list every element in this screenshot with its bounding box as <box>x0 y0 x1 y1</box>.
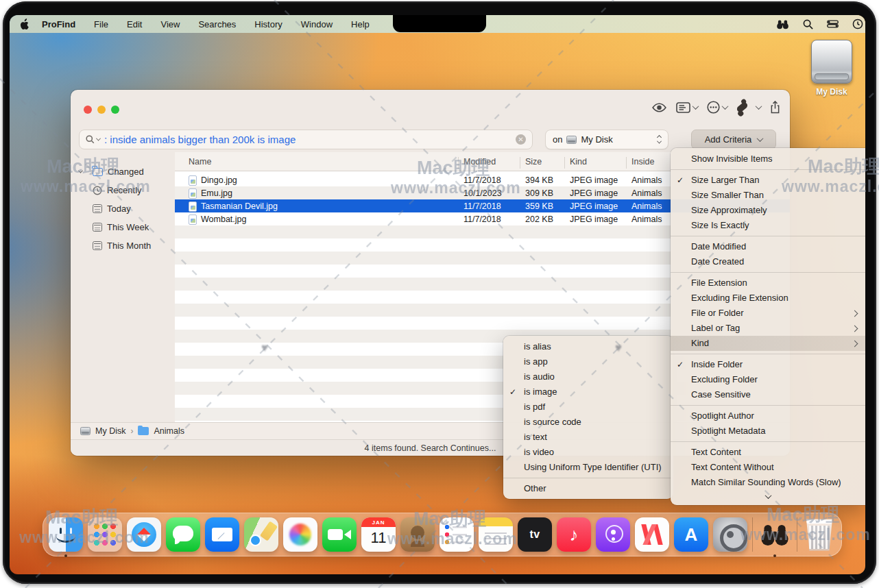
menu-item-date-created[interactable]: Date Created <box>671 254 865 269</box>
disk-icon <box>80 427 91 435</box>
sidebar-item-recently[interactable]: Recently <box>71 181 175 199</box>
dock-icon-notes[interactable] <box>479 517 513 552</box>
menu-item-file-extension[interactable]: File Extension <box>671 275 865 291</box>
chevron-down-icon <box>756 103 762 110</box>
dock-icon-system-settings[interactable] <box>713 517 747 552</box>
column-header-inside[interactable]: Inside <box>631 157 654 167</box>
spotlight-search-icon[interactable] <box>803 19 813 29</box>
actions-button[interactable] <box>736 104 761 110</box>
column-header-size[interactable]: Size <box>525 157 542 167</box>
menu-item-is-alias[interactable]: is alias <box>503 339 673 354</box>
list-view-button[interactable] <box>676 102 698 113</box>
menu-item-label-or-tag[interactable]: Label or Tag <box>671 321 865 336</box>
menu-file[interactable]: File <box>94 19 108 29</box>
preview-eye-button[interactable] <box>651 103 667 112</box>
close-button[interactable] <box>84 106 92 114</box>
menu-window[interactable]: Window <box>301 19 333 29</box>
menu-item-size-smaller-than[interactable]: Size Smaller Than <box>671 188 865 203</box>
menu-view[interactable]: View <box>160 19 180 29</box>
dock-icon-maps[interactable] <box>244 517 278 552</box>
menu-item-excluding-file-extension[interactable]: Excluding File Extension <box>671 291 865 306</box>
menu-item-show-invisible-items[interactable]: Show Invisible Items <box>671 151 865 167</box>
apple-logo-icon[interactable] <box>19 19 29 30</box>
menu-edit[interactable]: Edit <box>127 19 142 29</box>
desktop-disk-icon[interactable]: My Disk <box>802 40 861 97</box>
menu-item-excluding-folder[interactable]: Excluding Folder <box>671 372 865 387</box>
scope-prefix: on <box>553 134 562 145</box>
dock-icon-facetime[interactable] <box>322 517 357 552</box>
dock-icon-news[interactable] <box>635 517 669 552</box>
dock-icon-app-store[interactable]: A <box>674 517 708 552</box>
column-header-kind[interactable]: Kind <box>570 157 587 167</box>
dock-icon-launchpad[interactable] <box>88 517 122 552</box>
sidebar-item-this-month[interactable]: This Month <box>71 236 175 255</box>
search-options-chevron-icon[interactable] <box>96 136 101 141</box>
column-header-modified[interactable]: Modified <box>463 157 496 167</box>
hard-disk-icon <box>811 40 852 84</box>
menu-item-is-video[interactable]: is video <box>503 445 673 460</box>
sidebar-item-this-week[interactable]: This Week <box>71 218 175 236</box>
menu-item-kind[interactable]: Kind <box>671 336 865 351</box>
menu-separator <box>671 272 865 273</box>
menu-item-is-text[interactable]: is text <box>503 430 673 445</box>
menu-item-is-pdf[interactable]: is pdf <box>503 400 673 415</box>
menu-item-match-similar-sounding[interactable]: Match Similar Sounding Words (Slow) <box>671 475 865 490</box>
dock-icon-photos[interactable] <box>283 517 317 552</box>
scope-popup[interactable]: on My Disk <box>545 130 669 149</box>
cell-modified: 11/7/2018 <box>463 201 501 211</box>
sidebar-item-today[interactable]: Today <box>71 199 175 218</box>
menu-item-text-content-without[interactable]: Text Content Without <box>671 460 865 475</box>
menu-item-size-is-exactly[interactable]: Size Is Exactly <box>671 218 865 233</box>
menu-history[interactable]: History <box>254 19 282 29</box>
dock-icon-reminders[interactable] <box>440 517 474 552</box>
menu-scroll-more[interactable] <box>671 490 865 502</box>
dock-icon-contacts[interactable] <box>400 517 435 552</box>
path-item-folder[interactable]: Animals <box>154 426 184 436</box>
dock-icon-messages[interactable] <box>166 517 200 552</box>
cell-modified: 10/1/2023 <box>463 188 502 198</box>
desktop-disk-label: My Disk <box>802 87 861 97</box>
search-input[interactable] <box>104 134 516 145</box>
column-header-name[interactable]: Name <box>189 157 211 167</box>
add-criteria-button[interactable]: Add Criteria <box>691 130 776 149</box>
dock-icon-calendar[interactable]: JAN 11 <box>361 517 396 552</box>
share-button[interactable] <box>770 101 780 114</box>
dock-icon-safari[interactable] <box>127 517 161 552</box>
dock-icon-mail[interactable] <box>205 517 239 552</box>
dock-icon-tv[interactable]: tv <box>518 517 552 552</box>
menu-item-file-or-folder[interactable]: File or Folder <box>671 306 865 321</box>
zoom-button[interactable] <box>111 106 119 114</box>
clear-search-button[interactable]: ✕ <box>516 134 526 145</box>
dock-icon-finder[interactable] <box>49 517 83 552</box>
dock-icon-podcasts[interactable] <box>596 517 630 552</box>
menubar-app-name[interactable]: ProFind <box>42 19 75 29</box>
menu-item-size-larger-than[interactable]: ✓Size Larger Than <box>671 173 865 188</box>
dock-icon-profind[interactable] <box>758 517 792 552</box>
menu-item-uti[interactable]: Using Uniform Type Identifier (UTI) <box>503 460 673 475</box>
menu-item-date-modified[interactable]: Date Modified <box>671 239 865 254</box>
clock-icon[interactable] <box>852 19 863 29</box>
menu-help[interactable]: Help <box>351 19 370 29</box>
path-item-disk[interactable]: My Disk <box>95 426 125 436</box>
menu-searches[interactable]: Searches <box>198 19 236 29</box>
menu-item-spotlight-metadata[interactable]: Spotlight Metadata <box>671 424 865 439</box>
minimize-button[interactable] <box>97 106 106 114</box>
menu-item-inside-folder[interactable]: ✓Inside Folder <box>671 357 865 372</box>
menu-item-size-approximately[interactable]: Size Approximately <box>671 203 865 218</box>
dock-icon-music[interactable]: ♪ <box>557 517 591 552</box>
disclosure-chevron-icon[interactable] <box>78 169 83 173</box>
menu-item-is-image[interactable]: ✓is image <box>503 384 673 400</box>
checkmark-icon: ✓ <box>677 173 684 188</box>
menu-item-other[interactable]: Other <box>503 481 673 496</box>
sidebar-item-changed[interactable]: Changed <box>71 162 175 181</box>
control-center-icon[interactable] <box>827 20 839 28</box>
menu-item-is-source-code[interactable]: is source code <box>503 415 673 430</box>
more-options-button[interactable] <box>707 101 727 114</box>
menu-item-is-app[interactable]: is app <box>503 354 673 369</box>
menu-item-is-audio[interactable]: is audio <box>503 369 673 384</box>
dock-icon-trash[interactable] <box>802 517 836 552</box>
profind-binoculars-icon[interactable] <box>776 19 789 29</box>
menu-item-spotlight-author[interactable]: Spotlight Author <box>671 408 865 424</box>
menu-item-case-sensitive[interactable]: Case Sensitive <box>671 387 865 402</box>
menu-item-text-content[interactable]: Text Content <box>671 445 865 460</box>
